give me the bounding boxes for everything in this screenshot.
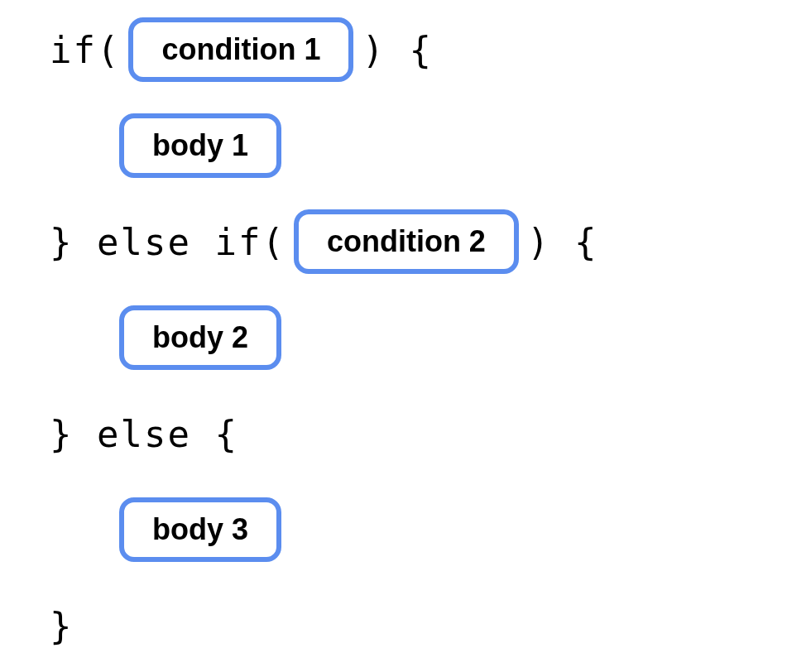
line-if: if( condition 1 ) { (50, 17, 761, 83)
line-else: } else { (50, 401, 761, 467)
slot-body-1: body 1 (119, 113, 281, 178)
paren-brace-1: ) { (362, 29, 432, 71)
close-brace: } (50, 605, 74, 647)
slot-condition-2: condition 2 (294, 209, 519, 274)
slot-condition-1: condition 1 (128, 17, 353, 82)
keyword-if-open: if( (50, 29, 120, 71)
slot-body-2: body 2 (119, 305, 281, 370)
line-body-3: body 3 (50, 497, 761, 563)
line-else-if: } else if( condition 2 ) { (50, 209, 761, 275)
keyword-else: } else { (50, 413, 238, 455)
if-else-diagram: if( condition 1 ) { body 1 } else if( co… (50, 17, 761, 655)
line-body-2: body 2 (50, 305, 761, 371)
line-body-1: body 1 (50, 113, 761, 179)
keyword-else-if: } else if( (50, 221, 286, 263)
slot-body-3: body 3 (119, 497, 281, 562)
line-close: } (50, 593, 761, 659)
paren-brace-2: ) { (527, 221, 597, 263)
